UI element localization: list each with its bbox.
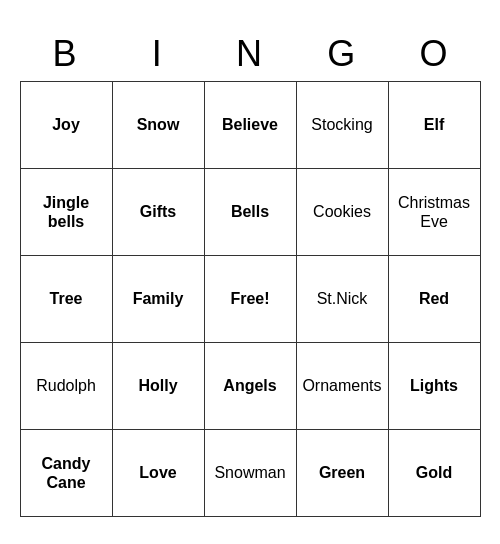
bingo-cell: Lights (388, 342, 480, 429)
header-letter: G (296, 27, 388, 81)
bingo-cell: Angels (204, 342, 296, 429)
bingo-cell: Love (112, 429, 204, 516)
bingo-header: BINGO (20, 27, 481, 81)
bingo-cell: Family (112, 255, 204, 342)
table-row: Jingle bellsGiftsBellsCookiesChristmas E… (20, 168, 480, 255)
table-row: TreeFamilyFree!St.NickRed (20, 255, 480, 342)
bingo-cell: Christmas Eve (388, 168, 480, 255)
bingo-cell: Free! (204, 255, 296, 342)
bingo-cell: Jingle bells (20, 168, 112, 255)
bingo-cell: Tree (20, 255, 112, 342)
bingo-cell: Believe (204, 81, 296, 168)
table-row: RudolphHollyAngelsOrnamentsLights (20, 342, 480, 429)
bingo-cell: Rudolph (20, 342, 112, 429)
bingo-cell: Holly (112, 342, 204, 429)
bingo-cell: Cookies (296, 168, 388, 255)
header-letter: N (204, 27, 296, 81)
bingo-cell: St.Nick (296, 255, 388, 342)
table-row: JoySnowBelieveStockingElf (20, 81, 480, 168)
bingo-cell: Gifts (112, 168, 204, 255)
bingo-cell: Bells (204, 168, 296, 255)
bingo-cell: Red (388, 255, 480, 342)
bingo-cell: Joy (20, 81, 112, 168)
bingo-cell: Candy Cane (20, 429, 112, 516)
bingo-cell: Ornaments (296, 342, 388, 429)
header-letter: I (112, 27, 204, 81)
bingo-cell: Stocking (296, 81, 388, 168)
bingo-cell: Green (296, 429, 388, 516)
bingo-grid: JoySnowBelieveStockingElfJingle bellsGif… (20, 81, 481, 517)
bingo-cell: Snowman (204, 429, 296, 516)
header-letter: B (20, 27, 112, 81)
bingo-cell: Gold (388, 429, 480, 516)
header-letter: O (388, 27, 480, 81)
table-row: Candy CaneLoveSnowmanGreenGold (20, 429, 480, 516)
bingo-cell: Snow (112, 81, 204, 168)
bingo-cell: Elf (388, 81, 480, 168)
